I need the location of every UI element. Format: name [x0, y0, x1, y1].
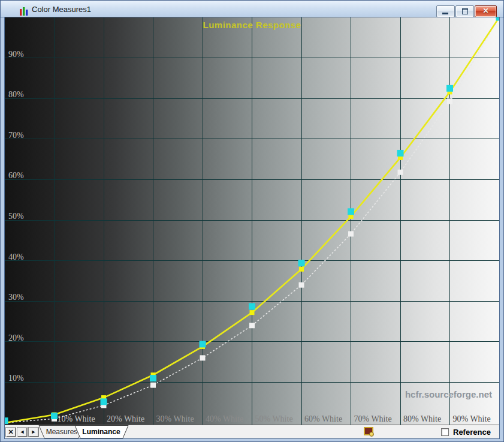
x-tick-label: 50% White — [255, 414, 293, 423]
x-tick-label: 80% White — [403, 414, 441, 423]
close-view-button[interactable]: ✕ — [5, 427, 16, 437]
reference-point — [299, 282, 304, 288]
x-tick-label: 10% White — [58, 414, 95, 423]
data-point — [298, 260, 305, 266]
y-axis-labels: 90%80%70%60%50%40%30%20%10% — [8, 50, 24, 383]
title-bar[interactable]: Color Measures1 ✕ — [1, 1, 503, 18]
data-point — [348, 208, 354, 215]
x-axis-labels: 10% White20% White30% White40% White50% … — [58, 414, 491, 423]
x-tick-label: 70% White — [354, 414, 392, 423]
measured-vertex — [250, 310, 255, 315]
reference-point — [200, 355, 206, 360]
tab-luminance-label[interactable]: Luminance — [82, 428, 120, 436]
measured-vertex — [299, 267, 304, 272]
data-point — [51, 413, 58, 419]
tab-measures-label[interactable]: Measures — [46, 428, 78, 436]
x-tick-label: 60% White — [304, 414, 342, 423]
data-point — [200, 341, 206, 347]
y-tick-label: 10% — [8, 374, 24, 383]
chart-canvas: 90%80%70%60%50%40%30%20%10%10% White20% … — [5, 17, 499, 425]
y-tick-label: 50% — [8, 212, 24, 221]
luminance-chart: 90%80%70%60%50%40%30%20%10%10% White20% … — [5, 17, 499, 425]
data-point — [5, 417, 8, 424]
y-tick-label: 30% — [8, 293, 24, 302]
data-point — [150, 375, 156, 381]
status-sensor-glyph — [369, 432, 374, 437]
measure-status-icon — [364, 427, 374, 437]
client-area: 90%80%70%60%50%40%30%20%10%10% White20% … — [5, 17, 499, 438]
y-tick-label: 90% — [8, 50, 24, 59]
window-title: Color Measures1 — [32, 5, 91, 14]
close-button[interactable]: ✕ — [475, 5, 497, 17]
maximize-icon — [462, 8, 468, 14]
chart-title: Luminance Response — [5, 20, 499, 30]
window-controls: ✕ — [436, 5, 497, 17]
x-tick-label: 20% White — [107, 414, 144, 423]
tab-strip: Measures Luminance — [38, 425, 134, 439]
data-point — [397, 150, 404, 157]
data-point — [249, 303, 255, 309]
reference-point — [150, 383, 156, 388]
minimize-button[interactable] — [436, 5, 455, 17]
minimize-icon — [442, 13, 448, 14]
watermark-text: hcfr.sourceforge.net — [405, 389, 492, 399]
reference-point — [447, 98, 452, 104]
reference-checkbox[interactable] — [441, 428, 449, 436]
prev-tab-button[interactable]: ◄ — [17, 427, 28, 437]
app-window: Color Measures1 ✕ 90%80%70%60%50%40%30%2… — [0, 0, 504, 442]
y-tick-label: 20% — [8, 333, 24, 342]
icon-green-bar — [23, 7, 25, 16]
reference-checkbox-label: Reference — [453, 428, 491, 437]
y-tick-label: 80% — [8, 90, 24, 99]
reference-point — [348, 231, 354, 236]
reference-point — [398, 170, 403, 175]
bottom-bar: ✕ ◄ ► Measures Luminance Reference — [5, 425, 499, 438]
icon-red-bar — [20, 9, 22, 16]
icon-blue-bar — [26, 10, 28, 16]
app-icon — [20, 7, 29, 16]
y-tick-label: 70% — [8, 131, 24, 140]
maximize-button[interactable] — [455, 5, 474, 17]
reference-point — [249, 323, 255, 328]
data-point — [101, 398, 107, 405]
x-tick-label: 90% White — [453, 414, 491, 423]
data-point — [446, 85, 453, 92]
y-tick-label: 60% — [8, 171, 24, 180]
x-tick-label: 30% White — [156, 414, 194, 423]
next-tab-button[interactable]: ► — [28, 427, 39, 437]
gridlines — [5, 17, 499, 425]
x-tick-label: 40% White — [206, 414, 243, 423]
y-tick-label: 40% — [8, 252, 24, 261]
